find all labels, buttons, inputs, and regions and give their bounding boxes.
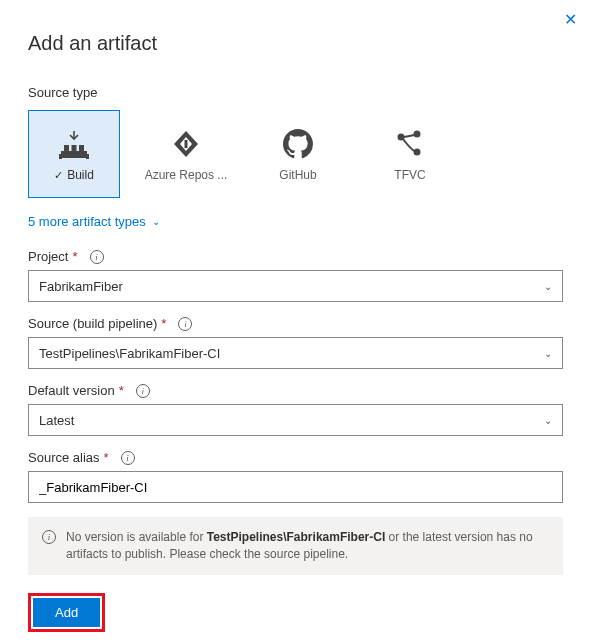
more-artifact-types-link[interactable]: 5 more artifact types ⌄ <box>28 214 160 229</box>
default-version-label: Default version <box>28 383 115 398</box>
default-version-select[interactable]: Latest ⌄ <box>28 404 563 436</box>
source-alias-label: Source alias <box>28 450 100 465</box>
chevron-down-icon: ⌄ <box>544 348 552 359</box>
azure-repos-icon <box>171 126 201 162</box>
info-icon[interactable]: i <box>90 250 104 264</box>
panel-title: Add an artifact <box>28 32 563 55</box>
chevron-down-icon: ⌄ <box>152 216 160 227</box>
source-type-build-label: Build <box>67 168 94 182</box>
checkmark-icon: ✓ <box>54 169 63 182</box>
info-icon[interactable]: i <box>178 317 192 331</box>
info-msg-bold: TestPipelines\FabrikamFiber-CI <box>207 530 386 544</box>
svg-rect-0 <box>61 151 87 158</box>
source-alias-input[interactable] <box>28 471 563 503</box>
build-icon <box>57 126 91 162</box>
github-icon <box>283 126 313 162</box>
project-label: Project <box>28 249 68 264</box>
required-indicator: * <box>119 383 124 398</box>
source-type-github[interactable]: GitHub <box>252 110 344 198</box>
more-artifact-types-label: 5 more artifact types <box>28 214 146 229</box>
source-type-tfvc-label: TFVC <box>394 168 425 182</box>
info-msg-prefix: No version is available for <box>66 530 207 544</box>
info-icon[interactable]: i <box>136 384 150 398</box>
source-type-build[interactable]: ✓ Build <box>28 110 120 198</box>
default-version-value: Latest <box>39 413 74 428</box>
source-type-options: ✓ Build Azure Repos ... GitHub <box>28 110 563 198</box>
close-icon[interactable]: ✕ <box>564 10 577 29</box>
svg-rect-5 <box>86 154 89 159</box>
project-select[interactable]: FabrikamFiber ⌄ <box>28 270 563 302</box>
source-type-azure-repos-label: Azure Repos ... <box>145 168 228 182</box>
source-type-tfvc[interactable]: TFVC <box>364 110 456 198</box>
info-icon: i <box>42 530 56 544</box>
required-indicator: * <box>161 316 166 331</box>
svg-rect-6 <box>185 140 188 148</box>
svg-rect-1 <box>64 145 69 151</box>
source-value: TestPipelines\FabrikamFiber-CI <box>39 346 220 361</box>
chevron-down-icon: ⌄ <box>544 281 552 292</box>
tfvc-icon <box>395 126 425 162</box>
source-type-github-label: GitHub <box>279 168 316 182</box>
source-type-azure-repos[interactable]: Azure Repos ... <box>140 110 232 198</box>
svg-point-9 <box>414 149 421 156</box>
add-button-highlight: Add <box>28 593 105 632</box>
required-indicator: * <box>72 249 77 264</box>
svg-rect-2 <box>72 145 77 151</box>
info-icon[interactable]: i <box>121 451 135 465</box>
source-type-label: Source type <box>28 85 563 100</box>
source-select[interactable]: TestPipelines\FabrikamFiber-CI ⌄ <box>28 337 563 369</box>
info-message-box: i No version is available for TestPipeli… <box>28 517 563 575</box>
required-indicator: * <box>104 450 109 465</box>
source-label: Source (build pipeline) <box>28 316 157 331</box>
add-button[interactable]: Add <box>33 598 100 627</box>
svg-point-8 <box>414 131 421 138</box>
svg-rect-3 <box>79 145 84 151</box>
project-value: FabrikamFiber <box>39 279 123 294</box>
svg-rect-4 <box>59 154 62 159</box>
chevron-down-icon: ⌄ <box>544 415 552 426</box>
